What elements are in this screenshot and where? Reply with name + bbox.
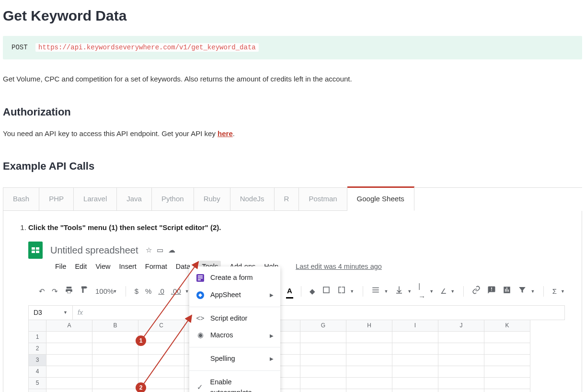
tab-bash[interactable]: Bash [3, 188, 39, 211]
fill-color-icon[interactable]: ◆ [310, 286, 315, 297]
cell[interactable] [138, 343, 184, 355]
column-header[interactable]: I [392, 320, 438, 332]
column-header[interactable]: H [346, 320, 392, 332]
cell[interactable] [484, 366, 530, 378]
increase-decimal-button[interactable]: .00 [171, 286, 181, 297]
zoom-select[interactable]: 100%▼ [95, 286, 117, 297]
cell[interactable] [138, 355, 184, 366]
row-header[interactable]: 5 [28, 378, 46, 389]
percent-button[interactable]: % [145, 286, 151, 297]
cell[interactable] [92, 378, 138, 389]
h-align-icon[interactable] [371, 286, 380, 298]
redo-icon[interactable]: ↷ [52, 286, 58, 297]
cell[interactable] [46, 332, 92, 343]
menu-file[interactable]: File [55, 262, 66, 272]
text-wrap-icon[interactable]: |→ [418, 281, 425, 302]
column-header[interactable]: C [138, 320, 184, 332]
dropdown-enable-autocomplete[interactable]: ✓ Enable autocomplete [189, 374, 280, 392]
currency-button[interactable]: $ [135, 286, 138, 297]
api-key-link[interactable]: here [218, 129, 233, 138]
cell[interactable] [346, 378, 392, 389]
cell[interactable] [346, 355, 392, 366]
dropdown-spelling[interactable]: Spelling ▶ [189, 350, 280, 368]
print-icon[interactable] [65, 286, 73, 298]
cell[interactable] [438, 343, 484, 355]
cell[interactable] [438, 389, 484, 392]
column-header[interactable]: B [92, 320, 138, 332]
cell[interactable] [438, 355, 484, 366]
cell[interactable] [392, 355, 438, 366]
cell[interactable] [300, 389, 346, 392]
decrease-decimal-button[interactable]: .0 [158, 286, 164, 297]
cell[interactable] [484, 355, 530, 366]
cell[interactable] [484, 332, 530, 343]
merge-cells-icon[interactable] [337, 286, 346, 298]
text-color-button[interactable]: A [287, 286, 292, 298]
row-header[interactable]: 2 [28, 343, 46, 355]
cell[interactable] [346, 389, 392, 392]
insert-link-icon[interactable] [472, 286, 481, 298]
cell[interactable] [392, 378, 438, 389]
v-align-icon[interactable] [395, 286, 403, 298]
cell[interactable] [484, 343, 530, 355]
cell[interactable] [392, 343, 438, 355]
cell[interactable] [300, 366, 346, 378]
cell-reference[interactable]: D3▼ [29, 306, 73, 320]
cell[interactable] [92, 389, 138, 392]
cell[interactable] [438, 378, 484, 389]
cell[interactable] [92, 332, 138, 343]
star-icon[interactable]: ☆ [146, 245, 152, 256]
paint-format-icon[interactable] [80, 286, 89, 298]
row-header[interactable]: 4 [28, 366, 46, 378]
dropdown-create-form[interactable]: Create a form [189, 269, 280, 287]
filter-icon[interactable] [518, 286, 527, 298]
insert-comment-icon[interactable] [487, 286, 496, 298]
cell[interactable] [346, 366, 392, 378]
cell[interactable] [300, 355, 346, 366]
cell[interactable] [438, 332, 484, 343]
document-title[interactable]: Untitled spreadsheet [50, 243, 138, 257]
menu-view[interactable]: View [95, 262, 110, 272]
tab-google-sheets[interactable]: Google Sheets [347, 186, 414, 211]
borders-icon[interactable] [322, 286, 331, 298]
cell[interactable] [46, 378, 92, 389]
cell[interactable] [484, 389, 530, 392]
undo-icon[interactable]: ↶ [39, 286, 45, 297]
column-header[interactable]: G [300, 320, 346, 332]
insert-chart-icon[interactable] [503, 286, 511, 298]
select-all-corner[interactable] [28, 320, 46, 332]
cell[interactable] [300, 378, 346, 389]
cell[interactable] [46, 366, 92, 378]
cell[interactable] [300, 343, 346, 355]
menu-insert[interactable]: Insert [119, 262, 137, 272]
tab-python[interactable]: Python [152, 188, 194, 211]
functions-icon[interactable]: Σ [552, 286, 557, 297]
cell[interactable] [346, 332, 392, 343]
tab-ruby[interactable]: Ruby [194, 188, 230, 211]
column-header[interactable]: J [438, 320, 484, 332]
more-formats-icon[interactable]: ▼ [185, 288, 189, 295]
row-header[interactable]: 1 [28, 332, 46, 343]
cell[interactable] [46, 343, 92, 355]
last-edit-link[interactable]: Last edit was 4 minutes ago [296, 262, 382, 272]
menu-data[interactable]: Data [176, 262, 191, 272]
tab-postman[interactable]: Postman [299, 188, 347, 211]
cell[interactable] [92, 366, 138, 378]
cell[interactable] [392, 389, 438, 392]
column-header[interactable]: A [46, 320, 92, 332]
cell[interactable] [392, 366, 438, 378]
dropdown-appsheet[interactable]: AppSheet ▶ [189, 287, 280, 304]
cell[interactable] [484, 378, 530, 389]
cell[interactable] [92, 343, 138, 355]
tab-r[interactable]: R [275, 188, 299, 211]
tab-nodejs[interactable]: NodeJs [230, 188, 275, 211]
cloud-icon[interactable]: ☁ [168, 245, 175, 256]
menu-edit[interactable]: Edit [75, 262, 87, 272]
cell[interactable] [46, 355, 92, 366]
tab-php[interactable]: PHP [39, 188, 74, 211]
tab-laravel[interactable]: Laravel [74, 188, 117, 211]
row-header[interactable]: 6 [28, 389, 46, 392]
cell[interactable] [46, 389, 92, 392]
dropdown-script-editor[interactable]: <> Script editor [189, 310, 280, 327]
row-header[interactable]: 3 [28, 355, 46, 366]
